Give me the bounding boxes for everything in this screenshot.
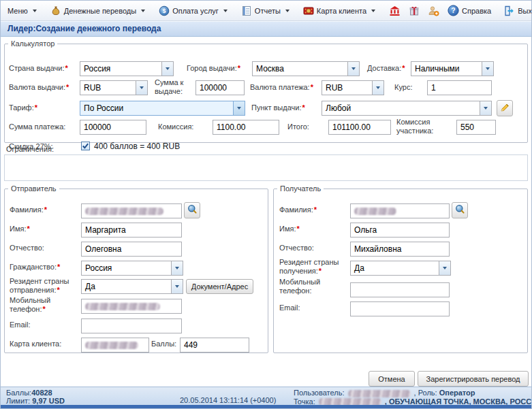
recipient-phone-input[interactable] bbox=[350, 282, 450, 297]
recipient-patronymic-input[interactable] bbox=[350, 242, 450, 257]
help-button[interactable]: ? Справка bbox=[448, 5, 491, 16]
total-input[interactable] bbox=[328, 120, 391, 135]
chevron-down-icon bbox=[223, 10, 228, 12]
add-client-icon[interactable] bbox=[428, 5, 439, 16]
menu-transfers[interactable]: Денежные переводы bbox=[50, 5, 145, 16]
amount-pay-input[interactable] bbox=[80, 120, 146, 135]
gift-icon[interactable] bbox=[409, 5, 420, 16]
chevron-down-icon bbox=[371, 10, 375, 12]
sender-search-button[interactable] bbox=[184, 202, 200, 218]
window-bottom-border bbox=[1, 405, 531, 409]
menu-payments[interactable]: $ Оплата услуг bbox=[159, 5, 228, 16]
sender-patronymic-input[interactable] bbox=[81, 242, 182, 257]
currency-out-select[interactable]: RUB bbox=[80, 80, 148, 95]
menu-client-card[interactable]: Карта клиента bbox=[303, 5, 375, 16]
restrictions-area bbox=[4, 154, 528, 181]
country-select[interactable]: Россия bbox=[80, 61, 174, 76]
redacted-value bbox=[85, 208, 163, 215]
document-address-button[interactable]: Документ/Адрес bbox=[186, 279, 253, 294]
menubar: Меню Денежные переводы $ bbox=[1, 1, 531, 21]
recipient-name-label: Имя:* bbox=[279, 225, 300, 233]
total-label: Итого: bbox=[287, 122, 309, 131]
amount-out-input[interactable] bbox=[195, 80, 245, 95]
city-select[interactable]: Москва bbox=[252, 61, 360, 76]
sender-surname-input[interactable] bbox=[81, 203, 182, 218]
sender-phone-label: Мобильный телефон:* bbox=[10, 296, 64, 314]
chevron-down-icon bbox=[482, 62, 493, 76]
sender-name-input[interactable] bbox=[81, 223, 182, 238]
menu-reports[interactable]: Отчеты bbox=[241, 5, 290, 16]
exit-button[interactable]: Выход bbox=[503, 5, 532, 16]
discount-text: 400 баллов = 400 RUB bbox=[94, 142, 180, 151]
recipient-search-button[interactable] bbox=[452, 202, 468, 218]
chevron-down-icon bbox=[161, 62, 173, 76]
register-transfer-button[interactable]: Зарегистрировать перевод bbox=[418, 371, 529, 387]
redacted-value bbox=[85, 342, 138, 349]
points-label: Баллы: bbox=[6, 389, 31, 397]
role-value: Оператор bbox=[439, 389, 475, 397]
chevron-down-icon bbox=[141, 10, 145, 12]
recipient-surname-input[interactable] bbox=[350, 203, 450, 218]
tariff-select[interactable]: По России bbox=[80, 101, 245, 116]
sender-card-label: Карта клиента: bbox=[10, 340, 61, 348]
redacted-value bbox=[354, 208, 396, 215]
recipient-surname-label: Фамилия:* bbox=[279, 206, 317, 214]
payout-point-select[interactable]: Любой bbox=[322, 101, 492, 116]
recipient-resident-select[interactable]: Да bbox=[350, 261, 451, 276]
country-label: Страна выдачи:* bbox=[9, 64, 68, 73]
amount-out-label: Сумма к выдаче: bbox=[155, 78, 194, 96]
exit-label: Выход bbox=[518, 7, 532, 15]
edit-point-button[interactable] bbox=[497, 100, 513, 116]
recipient-legend: Получатель bbox=[277, 184, 324, 193]
help-icon: ? bbox=[448, 5, 459, 16]
delivery-select[interactable]: Наличными bbox=[411, 61, 494, 76]
chevron-down-icon bbox=[480, 101, 491, 115]
sender-resident-select[interactable]: Да bbox=[81, 279, 183, 294]
currency-pay-label: Валюта платежа:* bbox=[250, 83, 313, 92]
bank-icon[interactable] bbox=[389, 5, 401, 16]
point-value-suffix: , ОБУЧАЮЩАЯ ТОЧКА, МОСКВА, РОССИЯ bbox=[385, 397, 532, 406]
commission-input[interactable] bbox=[213, 120, 279, 135]
role-label: , Роль: bbox=[414, 389, 437, 397]
sender-points-label: Баллы: bbox=[151, 340, 176, 348]
agent-fee-label: Комиссия участника: bbox=[396, 118, 452, 135]
sender-points-input[interactable] bbox=[180, 338, 249, 353]
check-icon bbox=[82, 142, 89, 150]
recipient-email-input[interactable] bbox=[350, 301, 450, 316]
app-window: Меню Денежные переводы $ bbox=[0, 0, 532, 409]
statusbar-balance: Баллы:40828 Лимит: 9,97 USD bbox=[6, 389, 65, 405]
money-bag-icon bbox=[50, 5, 61, 16]
client-card-label: Карта клиента bbox=[317, 7, 366, 15]
rate-input[interactable] bbox=[427, 80, 492, 95]
report-icon bbox=[241, 5, 252, 16]
statusbar-datetime: 20.05.2014 13:11:14 (+0400) bbox=[180, 396, 276, 404]
svg-text:$: $ bbox=[163, 7, 166, 14]
city-label: Город выдачи:* bbox=[187, 64, 240, 73]
restrictions-label: Ограничения: bbox=[6, 145, 54, 153]
cancel-button[interactable]: Отмена bbox=[369, 371, 415, 387]
payments-label: Оплата услуг bbox=[172, 7, 219, 15]
coin-icon: $ bbox=[159, 5, 170, 16]
amount-pay-label: Сумма платежа: bbox=[9, 122, 65, 131]
discount-checkbox[interactable] bbox=[81, 142, 90, 150]
agent-fee-input[interactable] bbox=[456, 120, 496, 135]
sender-email-input[interactable] bbox=[81, 318, 182, 333]
help-label: Справка bbox=[462, 7, 491, 15]
recipient-section: Получатель Фамилия:* Имя:* Отчество: Рез… bbox=[273, 184, 528, 353]
sender-email-label: Email: bbox=[10, 321, 31, 329]
transfers-label: Денежные переводы bbox=[64, 7, 136, 15]
menubar-right: ? Справка Выход bbox=[389, 5, 532, 16]
currency-pay-select[interactable]: RUB bbox=[322, 80, 384, 95]
limit-label: Лимит: bbox=[6, 397, 30, 405]
svg-text:?: ? bbox=[451, 6, 455, 14]
chevron-down-icon bbox=[33, 10, 37, 12]
statusbar-user-info: Пользователь: , Роль: Оператор Точка: , … bbox=[294, 389, 532, 406]
chevron-down-icon bbox=[136, 81, 147, 95]
chevron-down-icon bbox=[439, 261, 450, 275]
sender-citizenship-select[interactable]: Россия bbox=[81, 261, 183, 276]
menu-button[interactable]: Меню bbox=[7, 7, 37, 15]
chevron-down-icon bbox=[171, 280, 183, 293]
recipient-name-input[interactable] bbox=[350, 223, 450, 238]
sender-card-input[interactable] bbox=[81, 338, 149, 353]
sender-phone-input[interactable] bbox=[81, 299, 182, 314]
